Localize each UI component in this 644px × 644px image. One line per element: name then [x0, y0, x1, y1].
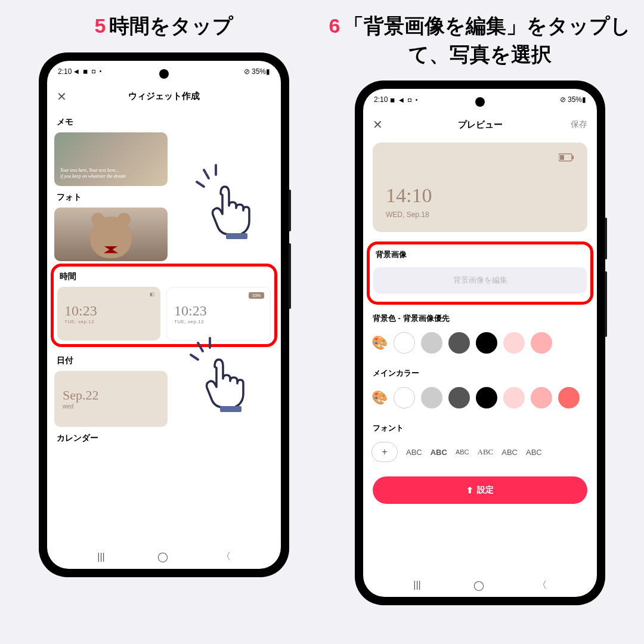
bg-image-highlight: 背景画像 背景画像を編集 [367, 242, 593, 305]
nav-home-icon[interactable]: ◯ [157, 551, 168, 562]
font-option[interactable]: ABC [501, 448, 518, 457]
nav-back-icon[interactable]: 〈 [221, 550, 231, 563]
color-black[interactable] [476, 387, 497, 408]
color-dgray[interactable] [448, 332, 470, 354]
section-memo-label: メモ [54, 111, 274, 132]
status-time: 2:10 [58, 67, 72, 76]
palette-icon[interactable]: 🎨 [371, 390, 388, 405]
camera-hole [159, 69, 169, 79]
time-section-highlight: 時間 ▮▯ 10:23 TUE, sep.12 33% 10:23 TUE, s… [51, 264, 277, 347]
font-option[interactable]: ABC [431, 448, 447, 457]
font-label: フォント [370, 417, 590, 438]
close-icon[interactable]: ✕ [57, 89, 67, 104]
bg-color-row: 🎨 [370, 329, 590, 362]
nav-home-icon[interactable]: ◯ [473, 580, 484, 591]
font-option[interactable]: ABC [478, 447, 494, 457]
svg-rect-5 [572, 156, 574, 159]
status-time: 2:10 [374, 95, 388, 104]
save-button[interactable]: 保存 [571, 119, 587, 130]
font-row: + ABC ABC ABC ABC ABC ABC [370, 438, 590, 466]
color-dgray[interactable] [448, 387, 470, 408]
bg-image-label: 背景画像 [373, 248, 587, 265]
main-color-row: 🎨 [370, 383, 590, 417]
color-lgray[interactable] [421, 387, 442, 408]
status-right: ⊘ 35%▮ [244, 67, 270, 76]
step5-caption: 5時間をタップ [95, 12, 234, 41]
font-option[interactable]: ABC [526, 448, 542, 457]
color-pink2[interactable] [531, 387, 552, 408]
bg-color-label: 背景色 - 背景画像優先 [370, 307, 590, 329]
memo-thumbnail[interactable]: Your text here, Your text here... if you… [54, 132, 168, 186]
font-add-button[interactable]: + [371, 442, 398, 462]
color-pink2[interactable] [531, 332, 552, 354]
section-calendar-label: カレンダー [54, 427, 274, 448]
font-option[interactable]: ABC [456, 448, 469, 456]
status-icons-left: ◼ ◀ ◘ • [390, 97, 419, 103]
settings-button[interactable]: ⬆ 設定 [373, 476, 587, 504]
nav-back-icon[interactable]: 〈 [537, 579, 547, 592]
header-title: プレビュー [458, 119, 503, 131]
battery-icon [559, 153, 574, 164]
color-white[interactable] [394, 332, 415, 354]
widget-preview: 14:10 WED, Sep.18 [373, 143, 587, 232]
close-icon[interactable]: ✕ [373, 117, 383, 132]
step-6: 6「背景画像を編集」をタップして、写真を選択 2:10 ◼ ◀ ◘ • ⊘ 35… [328, 12, 632, 632]
app-header: ✕ ウィジェット作成 [47, 82, 281, 111]
nav-recents-icon[interactable]: ||| [97, 552, 104, 562]
status-icons-left: ◀ ◼ ◘ • [74, 68, 103, 75]
color-pink1[interactable] [503, 332, 525, 354]
svg-rect-10 [226, 233, 247, 239]
date-thumbnail[interactable]: Sep.22 wed [54, 371, 168, 427]
time-widget-beige[interactable]: ▮▯ 10:23 TUE, sep.12 [57, 287, 160, 340]
tap-hand-icon [200, 176, 259, 242]
edit-bg-button[interactable]: 背景画像を編集 [373, 267, 587, 293]
header-title: ウィジェット作成 [128, 91, 200, 102]
main-color-label: メインカラー [370, 362, 590, 383]
color-black[interactable] [476, 332, 497, 354]
nav-recents-icon[interactable]: ||| [413, 580, 420, 590]
color-pink3[interactable] [558, 387, 580, 408]
phone-right: 2:10 ◼ ◀ ◘ • ⊘ 35%▮ ✕ プレビュー 保存 [355, 80, 605, 605]
tap-hand-icon [194, 349, 253, 414]
status-right: ⊘ 35%▮ [560, 95, 586, 104]
battery-icon: ▮▯ [150, 292, 154, 297]
nav-bar: ||| ◯ 〈 [47, 545, 281, 569]
phone-left: 2:10 ◀ ◼ ◘ • ⊘ 35%▮ ✕ ウィジェット作成 メモ Your t… [39, 52, 289, 577]
svg-rect-3 [220, 406, 242, 412]
preview-time: 14:10 [386, 184, 574, 207]
app-header: ✕ プレビュー 保存 [363, 110, 597, 139]
color-lgray[interactable] [421, 332, 442, 354]
palette-icon[interactable]: 🎨 [371, 335, 388, 351]
step6-caption: 6「背景画像を編集」をタップして、写真を選択 [328, 12, 632, 69]
upload-icon: ⬆ [466, 485, 473, 495]
nav-bar: ||| ◯ 〈 [363, 573, 597, 597]
photo-thumbnail[interactable] [54, 208, 168, 261]
color-white[interactable] [394, 387, 415, 408]
preview-date: WED, Sep.18 [386, 210, 574, 219]
svg-rect-6 [560, 155, 564, 160]
battery-badge: 33% [249, 292, 264, 299]
color-pink1[interactable] [503, 387, 525, 408]
camera-hole [475, 97, 485, 107]
step-5: 5時間をタップ 2:10 ◀ ◼ ◘ • ⊘ 35%▮ ✕ ウィジェット作成 [12, 12, 316, 632]
font-option[interactable]: ABC [406, 448, 422, 457]
section-time-label: 時間 [57, 270, 271, 287]
